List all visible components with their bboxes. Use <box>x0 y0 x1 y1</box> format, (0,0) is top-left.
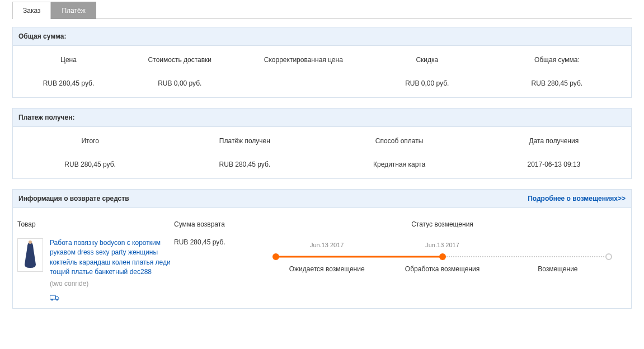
val-date: 2017-06-13 09:13 <box>477 161 631 168</box>
timeline-track <box>269 253 615 261</box>
refund-more-link[interactable]: Подробнее о возмещениях>> <box>528 195 626 202</box>
val-method: Кредитная карта <box>322 161 477 168</box>
refund-columns-header: Товар Сумма возврата Статус возмещения <box>17 220 627 228</box>
refund-amount: RUB 280,45 руб. <box>174 238 258 246</box>
val-adjusted <box>236 79 372 87</box>
timeline-dot-3 <box>605 253 612 260</box>
received-panel: Платеж получен: Итого Платёж получен Спо… <box>12 108 632 179</box>
page-container: Заказ Платёж Общая сумма: Цена Стоимость… <box>0 1 644 309</box>
product-link[interactable]: Работа повязку bodycon с коротким рукаво… <box>50 238 174 277</box>
timeline-label-3: Возмещение <box>500 265 615 273</box>
tabs-bar: Заказ Платёж <box>12 1 632 19</box>
timeline-date-1: Jun.13 2017 <box>269 242 384 248</box>
col-received-header: Платёж получен <box>167 137 322 145</box>
product-sku: (two conride) <box>50 280 174 287</box>
svg-rect-2 <box>50 295 55 299</box>
val-price: RUB 280,45 руб. <box>13 79 124 87</box>
shipping-icon[interactable] <box>50 294 174 303</box>
dress-icon <box>19 240 41 270</box>
timeline-label-1: Ожидается возмещение <box>269 265 384 273</box>
refund-timeline: Jun.13 2017 Jun.13 2017 Ожидается возмещ… <box>258 238 627 273</box>
col-date-header: Дата получения <box>477 137 631 145</box>
col-shipping-header: Стоимость доставки <box>124 56 236 64</box>
tab-payment[interactable]: Платёж <box>51 2 96 19</box>
totals-panel: Общая сумма: Цена Стоимость доставки Ско… <box>12 27 632 98</box>
col-amount-header: Сумма возврата <box>174 220 258 228</box>
product-thumbnail[interactable] <box>17 238 43 272</box>
product-info: Работа повязку bodycon с коротким рукаво… <box>50 238 174 303</box>
received-body: Итого Платёж получен Способ оплаты Дата … <box>13 127 631 178</box>
val-shipping: RUB 0,00 руб. <box>124 79 236 87</box>
totals-body: Цена Стоимость доставки Скорректированна… <box>13 46 631 97</box>
refund-title: Информация о возврате средств <box>18 195 129 202</box>
refund-body: Товар Сумма возврата Статус возмещения Р… <box>13 208 631 308</box>
val-discount: RUB 0,00 руб. <box>372 79 483 87</box>
product-cell: Работа повязку bodycon с коротким рукаво… <box>17 238 174 303</box>
val-received: RUB 280,45 руб. <box>167 161 322 168</box>
val-total2: RUB 280,45 руб. <box>13 161 167 168</box>
col-total2-header: Итого <box>13 137 167 145</box>
timeline-date-3 <box>500 242 615 248</box>
timeline-dot-1 <box>272 253 279 260</box>
timeline-label-2: Обработка возмещения <box>384 265 500 273</box>
col-discount-header: Скидка <box>372 56 483 64</box>
col-product-header: Товар <box>17 220 174 228</box>
col-total-header: Общая сумма: <box>483 56 631 64</box>
svg-point-1 <box>29 240 32 244</box>
received-panel-header: Платеж получен: <box>13 109 631 127</box>
timeline-progress <box>276 256 442 258</box>
totals-title: Общая сумма: <box>18 32 66 40</box>
svg-point-4 <box>57 299 58 300</box>
col-adjusted-header: Скорректированная цена <box>236 56 372 64</box>
col-price-header: Цена <box>13 56 124 64</box>
tab-order[interactable]: Заказ <box>12 2 51 19</box>
timeline-dot-2 <box>439 253 446 260</box>
timeline-date-2: Jun.13 2017 <box>384 242 500 248</box>
refund-panel-header: Информация о возврате средств Подробнее … <box>13 190 631 208</box>
received-title: Платеж получен: <box>18 114 74 121</box>
refund-row: Работа повязку bodycon с коротким рукаво… <box>17 238 627 303</box>
totals-panel-header: Общая сумма: <box>13 27 631 46</box>
svg-point-3 <box>51 299 53 300</box>
refund-panel: Информация о возврате средств Подробнее … <box>12 189 632 309</box>
col-method-header: Способ оплаты <box>322 137 477 145</box>
val-total: RUB 280,45 руб. <box>483 79 631 87</box>
col-status-header: Статус возмещения <box>258 220 627 228</box>
